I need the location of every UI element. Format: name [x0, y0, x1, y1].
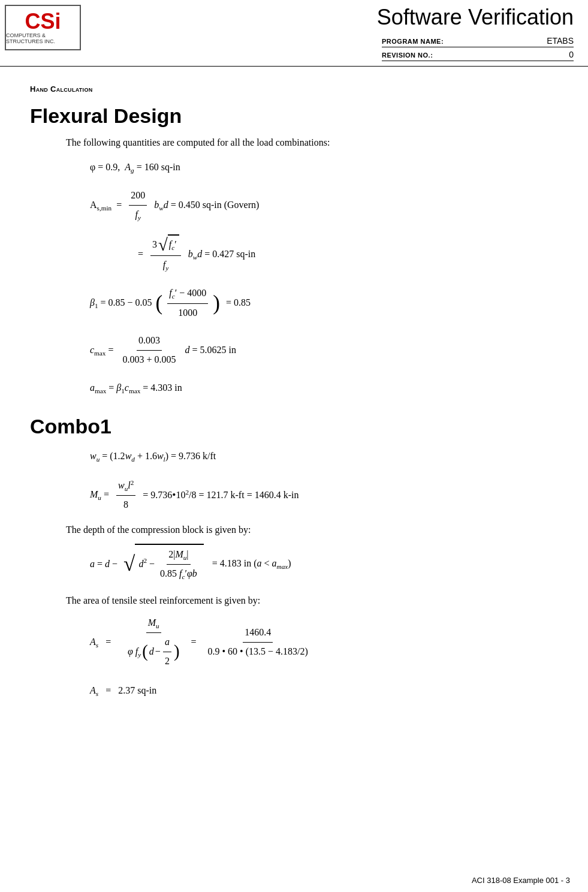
combo1-block: wu = (1.2wd + 1.6wl) = 9.736 k/ft Mu = w…: [90, 448, 558, 514]
a-formula-block: a = d − √ d2 − 2|Mu| 0.85 fc′φb = 4.183 …: [90, 544, 558, 584]
page-header: CSi COMPUTERS & STRUCTURES INC. Software…: [0, 0, 588, 67]
beta1-paren-left: (: [156, 294, 163, 313]
cmax-d: d = 5.0625 in: [182, 342, 236, 359]
phi-ag-line: φ = 0.9, Ag = 160 sq-in As,min = 200 fy …: [90, 159, 558, 397]
as-min-row2: = 3 √ fc′ fy bwd = 0.427 sq-in: [138, 234, 558, 274]
program-info: PROGRAM NAME: ETABS REVISION NO.: 0: [81, 36, 574, 61]
cmax-label: cmax =: [90, 342, 116, 359]
phi-value: φ = 0.9, Ag = 160 sq-in: [90, 159, 180, 176]
sqrt-main: √ d2 − 2|Mu| 0.85 fc′φb: [123, 544, 204, 584]
frac-a-over-2: a 2: [163, 634, 171, 670]
title-area: Software Verification PROGRAM NAME: ETAB…: [81, 5, 574, 61]
as-min-row1: As,min = 200 fy bwd = 0.450 sq-in (Gover…: [90, 187, 558, 224]
mu-result: = 9.736•102/8 = 121.7 k-ft = 1460.4 k-in: [140, 486, 298, 505]
revision-label: REVISION NO.:: [382, 52, 433, 59]
frac-as-num: 1460.4 0.9 • 60 • (13.5 − 4.183/2): [206, 624, 310, 661]
frac-inner: 2|Mu| 0.85 fc′φb: [158, 546, 199, 583]
a-formula-row: a = d − √ d2 − 2|Mu| 0.85 fc′φb = 4.183 …: [90, 544, 558, 584]
frac-cmax: 0.003 0.003 + 0.005: [120, 332, 177, 369]
revision-row: REVISION NO.: 0: [382, 50, 574, 61]
combo1-heading: Combo1: [30, 415, 558, 438]
as-result-row: As = 2.37 sq-in: [90, 682, 558, 700]
cmax-row: cmax = 0.003 0.003 + 0.005 d = 5.0625 in: [90, 332, 558, 369]
as-eq-sep: =: [186, 634, 201, 651]
footer: ACI 318-08 Example 001 - 3: [472, 876, 570, 885]
eq-sign: =: [138, 246, 146, 263]
frac-mu: wul2 8: [116, 477, 135, 514]
program-label: PROGRAM NAME:: [382, 38, 444, 45]
beta1-result: = 0.85: [224, 294, 251, 312]
as-min-bwd: bwd = 0.450 sq-in (Govern): [152, 197, 259, 214]
depth-text: The depth of the compression block is gi…: [66, 525, 558, 535]
as-result-sym: As = 2.37 sq-in: [90, 682, 156, 700]
footer-text: ACI 318-08 Example 001 - 3: [472, 876, 570, 885]
logo: CSi COMPUTERS & STRUCTURES INC.: [5, 5, 81, 50]
sqrt-fc: √ fc′: [158, 234, 179, 254]
logo-text: CSi: [25, 11, 61, 32]
main-content: Hand Calculation Flexural Design The fol…: [0, 67, 588, 734]
wu-row: wu = (1.2wd + 1.6wl) = 9.736 k/ft: [90, 448, 558, 465]
as-frac-wrap: Mu φ fy ( d − a 2 ): [125, 614, 182, 670]
mu-label: Mu =: [90, 486, 111, 504]
wu-expr: wu = (1.2wd + 1.6wl) = 9.736 k/ft: [90, 448, 216, 465]
a-eq-label: a = d −: [90, 556, 120, 573]
beta1-paren-right: ): [213, 294, 220, 313]
a-result: = 4.183 in (a < amax): [207, 555, 291, 572]
frac-as-main: Mu φ fy ( d − a 2 ): [126, 614, 181, 670]
as-min2-bwd: bwd = 0.427 sq-in: [186, 246, 256, 263]
as-min-label: As,min =: [90, 197, 124, 214]
logo-subtext: COMPUTERS & STRUCTURES INC.: [6, 32, 80, 44]
program-name-row: PROGRAM NAME: ETABS: [382, 36, 574, 47]
main-title: Software Verification: [81, 5, 574, 30]
as-formula-block: As = Mu φ fy ( d − a 2 ): [90, 614, 558, 700]
as-formula-row1: As = Mu φ fy ( d − a 2 ): [90, 614, 558, 670]
as-sym: As =: [90, 634, 114, 651]
frac-200-fy: 200 fy: [129, 187, 147, 224]
intro-text: The following quantities are computed fo…: [66, 137, 558, 148]
frac-beta1: fc′ − 4000 1000: [167, 285, 208, 321]
amax-row: amax = β1cmax = 4.303 in: [90, 379, 558, 397]
tensile-text: The area of tensile steel reinforcement …: [66, 595, 558, 606]
amax-expr: amax = β1cmax = 4.303 in: [90, 379, 182, 397]
mu-row: Mu = wul2 8 = 9.736•102/8 = 121.7 k-ft =…: [90, 477, 558, 514]
section-label: Hand Calculation: [30, 85, 558, 94]
revision-value: 0: [466, 50, 574, 59]
program-value: ETABS: [466, 36, 574, 46]
frac-sqrt-fy: 3 √ fc′ fy: [150, 234, 181, 274]
beta1-row: β1 = 0.85 − 0.05 ( fc′ − 4000 1000 ) = 0…: [90, 285, 558, 321]
beta1-sym: β1 = 0.85 − 0.05: [90, 294, 152, 312]
flexural-heading: Flexural Design: [30, 104, 558, 128]
